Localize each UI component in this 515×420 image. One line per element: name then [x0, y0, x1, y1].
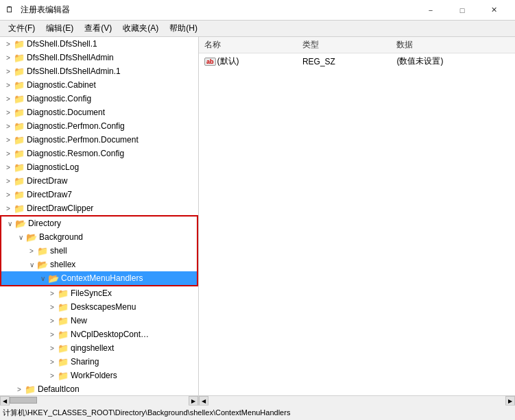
tree-node-label: Directory [28, 219, 61, 228]
tree-hscroll: ◀ ▶ [0, 396, 199, 405]
expand-icon[interactable]: > [47, 370, 58, 381]
expand-icon[interactable]: > [3, 134, 14, 145]
detail-hscroll-track[interactable] [208, 396, 505, 406]
tree-row[interactable]: >📁FileSyncEx [0, 286, 198, 300]
folder-icon: 📁 [14, 52, 25, 63]
expand-icon[interactable]: > [3, 203, 14, 214]
menu-item[interactable]: 收藏夹(A) [117, 21, 164, 36]
tree-container: >📁DfsShell.DfsShell.1>📁DfsShell.DfsShell… [0, 37, 198, 395]
expand-icon[interactable]: > [14, 384, 25, 395]
tree-row[interactable]: >📁NvCplDesktopCont… [0, 328, 198, 341]
tree-node-label: DfsShell.DfsShellAdmin [27, 53, 114, 62]
menu-item[interactable]: 文件(F) [3, 21, 40, 36]
tree-row[interactable]: >📁DefaultIcon [0, 382, 198, 395]
expand-icon[interactable]: > [26, 245, 37, 256]
detail-data: (数值未设置) [391, 53, 515, 70]
detail-row[interactable]: ab(默认)REG_SZ(数值未设置) [199, 53, 515, 70]
folder-icon: 📁 [37, 245, 48, 256]
tree-row[interactable]: >📁Diagnostic.Resmon.Config [0, 147, 198, 160]
tree-node-label: shell [50, 246, 67, 256]
tree-row[interactable]: >📁DirectDraw7 [0, 188, 198, 201]
tree-row[interactable]: >📁DiagnosticLog [0, 160, 198, 174]
tree-node-label: Sharing [71, 357, 99, 367]
collapse-icon[interactable]: ∨ [15, 232, 26, 243]
tree-node-label: WorkFolders [71, 371, 117, 380]
hscroll-track[interactable] [10, 396, 189, 406]
folder-icon: 📁 [58, 288, 69, 299]
folder-icon: 📂 [48, 273, 59, 284]
expand-icon[interactable]: > [3, 148, 14, 159]
tree-row[interactable]: >📁DirectDrawClipper [0, 201, 198, 215]
detail-name: ab(默认) [199, 53, 297, 70]
tree-row[interactable]: >📁qingshellext [0, 341, 198, 355]
statusbar: 计算机\HKEY_CLASSES_ROOT\Directory\Backgrou… [0, 405, 515, 420]
expand-icon[interactable]: > [3, 189, 14, 200]
folder-icon: 📂 [37, 259, 48, 270]
folder-icon: 📁 [14, 66, 25, 77]
app-icon: 🗒 [5, 5, 16, 16]
expand-icon[interactable]: > [47, 343, 58, 354]
tree-node-label: DfsShell.DfsShellAdmin.1 [27, 66, 121, 76]
expand-icon[interactable]: > [47, 288, 58, 299]
tree-node-label: DiagnosticLog [27, 162, 79, 172]
menu-item[interactable]: 帮助(H) [164, 21, 203, 36]
collapse-icon[interactable]: ∨ [4, 218, 15, 229]
tree-row[interactable]: >📁Diagnostic.Cabinet [0, 78, 198, 92]
hscroll-right-arrow[interactable]: ▶ [189, 396, 198, 406]
folder-icon: 📁 [25, 384, 36, 395]
expand-icon[interactable]: > [3, 121, 14, 132]
tree-row[interactable]: ∨📂shellex [1, 258, 197, 271]
detail-hscroll-left[interactable]: ◀ [199, 396, 208, 406]
menu-item[interactable]: 编辑(E) [40, 21, 79, 36]
expand-icon[interactable]: > [47, 315, 58, 326]
collapse-icon[interactable]: ∨ [26, 259, 37, 270]
folder-icon: 📁 [14, 79, 25, 90]
expand-icon[interactable]: > [3, 38, 14, 49]
tree-row[interactable]: ∨📂ContextMenuHandlers [1, 271, 197, 285]
tree-row[interactable]: >📁DfsShell.DfsShell.1 [0, 37, 198, 51]
tree-row[interactable]: >📁WorkFolders [0, 369, 198, 382]
folder-icon: 📁 [58, 370, 69, 381]
expand-icon[interactable]: > [47, 301, 58, 312]
tree-row[interactable]: >📁DeskscapesMenu [0, 300, 198, 314]
tree-node-label: DfsShell.DfsShell.1 [27, 39, 97, 49]
tree-row[interactable]: ∨📂Background [1, 230, 197, 244]
expand-icon[interactable]: > [47, 329, 58, 340]
tree-row[interactable]: >📁Sharing [0, 355, 198, 369]
hscroll-left-arrow[interactable]: ◀ [0, 396, 10, 406]
detail-hscroll-right[interactable]: ▶ [505, 396, 515, 406]
registry-tree[interactable]: >📁DfsShell.DfsShell.1>📁DfsShell.DfsShell… [0, 37, 199, 395]
tree-row[interactable]: ∨📂Directory [1, 217, 197, 230]
folder-icon: 📁 [58, 329, 69, 340]
expand-icon[interactable]: > [3, 175, 14, 186]
minimize-button[interactable]: − [415, 0, 446, 21]
tree-row[interactable]: >📁Diagnostic.Config [0, 92, 198, 106]
tree-row[interactable]: >📁New [0, 314, 198, 328]
tree-row[interactable]: >📁DfsShell.DfsShellAdmin.1 [0, 64, 198, 78]
collapse-icon[interactable]: ∨ [37, 273, 48, 284]
tree-row[interactable]: >📁shell [1, 244, 197, 258]
close-button[interactable]: ✕ [478, 0, 510, 21]
folder-icon: 📁 [14, 134, 25, 145]
tree-row[interactable]: >📁DfsShell.DfsShellAdmin [0, 51, 198, 64]
tree-node-label: FileSyncEx [71, 288, 112, 298]
tree-row[interactable]: >📁Diagnostic.Document [0, 106, 198, 119]
expand-icon[interactable]: > [3, 107, 14, 118]
tree-row[interactable]: >📁Diagnostic.Perfmon.Config [0, 119, 198, 133]
main-content: >📁DfsShell.DfsShell.1>📁DfsShell.DfsShell… [0, 37, 515, 395]
menu-item[interactable]: 查看(V) [79, 21, 117, 36]
tree-row[interactable]: >📁Diagnostic.Perfmon.Document [0, 133, 198, 147]
tree-row[interactable]: >📁DirectDraw [0, 174, 198, 188]
tree-node-label: qingshellext [71, 343, 114, 353]
expand-icon[interactable]: > [3, 162, 14, 173]
expand-icon[interactable]: > [3, 52, 14, 63]
folder-icon: 📁 [14, 107, 25, 118]
maximize-button[interactable]: □ [446, 0, 478, 21]
expand-icon[interactable]: > [47, 356, 58, 367]
expand-icon[interactable]: > [3, 93, 14, 104]
expand-icon[interactable]: > [3, 79, 14, 90]
expand-icon[interactable]: > [3, 66, 14, 77]
col-name: 名称 [199, 37, 297, 53]
hscroll-thumb[interactable] [10, 397, 37, 404]
window-controls: − □ ✕ [415, 0, 510, 21]
